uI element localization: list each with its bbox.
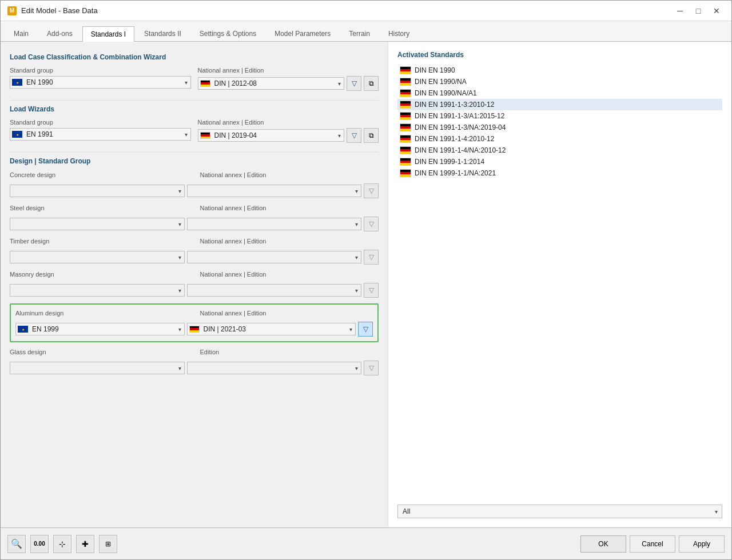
list-item[interactable]: DIN EN 1990/NA: [397, 76, 722, 87]
aluminum-filter-button[interactable]: ▽: [358, 322, 373, 337]
filter-icon: ▽: [369, 286, 374, 294]
wizards-copy-button[interactable]: ⧉: [364, 128, 379, 143]
timber-labels-row: Timber design National annex | Edition: [10, 237, 379, 245]
steel-annex-label: National annex | Edition: [200, 204, 379, 212]
list-item[interactable]: DIN EN 1990: [397, 65, 722, 76]
list-item[interactable]: DIN EN 1991-1-4/NA:2010-12: [397, 145, 722, 156]
standard-text: DIN EN 1999-1-1/NA:2021: [415, 169, 496, 177]
aluminum-select[interactable]: EN 1999: [15, 323, 185, 335]
steel-filter-button[interactable]: ▽: [364, 217, 379, 231]
masonry-label: Masonry design: [10, 270, 189, 278]
timber-filter-button[interactable]: ▽: [364, 250, 379, 265]
steel-select-row: ▾ ▾ ▽: [10, 217, 379, 231]
masonry-labels-row: Masonry design National annex | Edition: [10, 270, 379, 278]
list-item[interactable]: DIN EN 1990/NA/A1: [397, 87, 722, 99]
wizards-annex-select[interactable]: DIN | 2019-04: [198, 129, 345, 142]
glass-annex-label: Edition: [200, 348, 379, 356]
aluminum-design-section: Aluminum design National annex | Edition…: [10, 303, 379, 342]
glass-labels-row: Glass design Edition: [10, 348, 379, 356]
aluminum-select-wrapper: ★ EN 1999 ▾: [15, 323, 185, 335]
wizards-standard-select[interactable]: EN 1991: [10, 128, 191, 141]
german-flag-icon: [400, 112, 411, 120]
aluminum-annex-wrapper: DIN | 2021-03 ▾: [187, 323, 356, 335]
classification-standard-select[interactable]: EN 1990: [10, 76, 191, 89]
pointer-status-icon[interactable]: ⊹: [53, 535, 71, 553]
wizards-annex-group: National annex | Edition DIN | 2019-04: [198, 119, 379, 143]
cancel-button[interactable]: Cancel: [630, 535, 675, 553]
aluminum-annex-select[interactable]: DIN | 2021-03: [187, 323, 356, 335]
glass-annex-wrapper: ▾: [187, 362, 362, 374]
classification-annex-select[interactable]: DIN | 2012-08: [198, 77, 345, 90]
table-status-icon[interactable]: ⊞: [99, 535, 117, 553]
classification-copy-button[interactable]: ⧉: [364, 76, 379, 91]
list-item[interactable]: DIN EN 1991-1-3/NA:2019-04: [397, 122, 722, 133]
concrete-select[interactable]: [10, 185, 185, 197]
german-flag-icon: [400, 135, 411, 143]
steel-select[interactable]: [10, 218, 185, 230]
search-icon: 🔍: [11, 538, 22, 549]
masonry-annex-wrapper: ▾: [187, 284, 362, 297]
tab-history[interactable]: History: [380, 26, 418, 41]
timber-select[interactable]: [10, 251, 185, 263]
design-title: Design | Standard Group: [10, 157, 379, 165]
list-item[interactable]: DIN EN 1991-1-4:2010-12: [397, 133, 722, 145]
wizards-standard-wrapper: ★ EN 1991 ▾: [10, 128, 191, 141]
classification-annex-group: National annex | Edition DIN | 2012-08: [198, 67, 379, 91]
glass-select-wrapper: ▾: [10, 362, 185, 374]
timber-annex-wrapper: ▾: [187, 251, 362, 263]
wizards-annex-label: National annex | Edition: [198, 119, 379, 126]
close-button[interactable]: ✕: [709, 4, 725, 18]
standard-text: DIN EN 1990/NA/A1: [415, 89, 477, 97]
standard-text: DIN EN 1991-1-3:2010-12: [415, 101, 494, 109]
activated-section: Activated Standards DIN EN 1990 DIN EN 1…: [397, 51, 722, 505]
plus-status-icon[interactable]: ✚: [76, 535, 94, 553]
plus-icon: ✚: [82, 539, 89, 549]
search-status-icon[interactable]: 🔍: [7, 535, 26, 553]
tab-modelparams[interactable]: Model Parameters: [266, 26, 339, 41]
masonry-filter-button[interactable]: ▽: [364, 283, 379, 298]
all-filter-select[interactable]: All: [397, 505, 722, 518]
tab-main[interactable]: Main: [5, 26, 37, 41]
filter-icon: ▽: [352, 131, 357, 139]
aluminum-annex-label: National annex | Edition: [200, 309, 373, 317]
concrete-annex-select[interactable]: [187, 185, 362, 197]
list-item[interactable]: DIN EN 1999-1-1:2014: [397, 156, 722, 167]
tab-standards2[interactable]: Standards II: [136, 26, 190, 41]
classification-standard-label: Standard group: [10, 67, 191, 74]
concrete-labels-row: Concrete design National annex | Edition: [10, 171, 379, 179]
german-flag-icon: [400, 169, 411, 177]
list-item[interactable]: DIN EN 1991-1-3/A1:2015-12: [397, 110, 722, 122]
copy-icon: ⧉: [369, 79, 374, 87]
glass-annex-label-text: Edition: [200, 349, 220, 355]
data-status-icon[interactable]: 0.00: [30, 535, 49, 553]
german-flag-icon: [400, 146, 411, 154]
steel-annex-select[interactable]: [187, 218, 362, 230]
tab-addons[interactable]: Add-ons: [38, 26, 81, 41]
steel-label-text: Steel design: [10, 205, 45, 211]
apply-button[interactable]: Apply: [679, 535, 725, 553]
maximize-button[interactable]: □: [690, 4, 706, 18]
standard-text: DIN EN 1990/NA: [415, 78, 467, 86]
masonry-annex-select[interactable]: [187, 284, 362, 297]
tab-standards1[interactable]: Standards I: [82, 26, 134, 42]
list-item[interactable]: DIN EN 1991-1-3:2010-12: [397, 99, 722, 110]
divider-2: [10, 152, 379, 153]
aluminum-select-row: ★ EN 1999 ▾: [15, 322, 373, 337]
tab-settings[interactable]: Settings & Options: [191, 26, 265, 41]
standard-text: DIN EN 1990: [415, 66, 455, 74]
list-item[interactable]: DIN EN 1999-1-1/NA:2021: [397, 167, 722, 179]
classification-filter-button[interactable]: ▽: [347, 76, 361, 91]
timber-annex-select[interactable]: [187, 251, 362, 263]
glass-annex-select[interactable]: [187, 362, 362, 374]
ok-button[interactable]: OK: [580, 535, 626, 553]
glass-select[interactable]: [10, 362, 185, 374]
concrete-filter-button[interactable]: ▽: [364, 183, 379, 198]
wizards-filter-button[interactable]: ▽: [347, 128, 361, 143]
glass-filter-button[interactable]: ▽: [364, 361, 379, 375]
standard-text: DIN EN 1991-1-3/A1:2015-12: [415, 112, 504, 120]
masonry-select[interactable]: [10, 284, 185, 297]
steel-annex-label-text: National annex | Edition: [200, 205, 266, 211]
all-select-wrapper: All ▾: [397, 505, 722, 518]
tab-terrain[interactable]: Terrain: [340, 26, 379, 41]
minimize-button[interactable]: ─: [672, 4, 688, 18]
